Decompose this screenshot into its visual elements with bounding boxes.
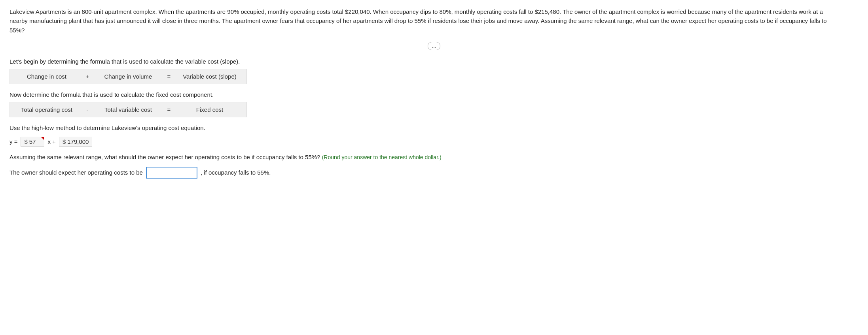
formula1-equals: = (165, 73, 173, 80)
equation-row: y = $ 57 x + $ 179,000 (9, 137, 859, 147)
formula1-cell2: Change in volume (99, 73, 158, 80)
fixed-cost-box: $ 179,000 (59, 137, 93, 147)
answer-prefix: The owner should expect her operating co… (9, 169, 143, 176)
formula2-operator: - (83, 106, 91, 113)
answer-suffix: , if occupancy falls to 55%. (201, 169, 271, 176)
equation-intro: Use the high-low method to determine Lak… (9, 124, 859, 131)
formula1-row: Change in cost + Change in volume = Vari… (9, 69, 247, 84)
formula1-cell1: Change in cost (17, 73, 76, 80)
fixed-cost-value: 179,000 (67, 138, 89, 145)
problem-text: Lakeview Apartments is an 800-unit apart… (9, 7, 840, 35)
formula2-row: Total operating cost - Total variable co… (9, 102, 247, 117)
coefficient-box: $ 57 (21, 137, 44, 147)
question-main: Assuming the same relevant range, what s… (9, 154, 320, 160)
divider: ... (9, 42, 859, 50)
red-corner-mark (41, 137, 44, 140)
answer-input[interactable] (146, 167, 197, 179)
formula2-cell2: Total variable cost (99, 106, 158, 113)
dollar2: $ (63, 138, 66, 145)
x-plus-label: x + (47, 138, 55, 145)
formula1-result: Variable cost (slope) (180, 73, 239, 80)
divider-line-left (9, 46, 424, 46)
formula2-cell1: Total operating cost (17, 106, 76, 113)
divider-line-right (444, 46, 859, 46)
formula2-result: Fixed cost (180, 106, 239, 113)
dollar1: $ (24, 138, 27, 145)
question-hint: (Round your answer to the nearest whole … (322, 154, 442, 160)
divider-ellipsis: ... (428, 42, 441, 50)
answer-row: The owner should expect her operating co… (9, 167, 859, 179)
question-text: Assuming the same relevant range, what s… (9, 154, 859, 160)
y-label: y = (9, 138, 17, 145)
formula1-operator: + (83, 73, 91, 80)
formula2-intro: Now determine the formula that is used t… (9, 91, 859, 98)
formula1-intro: Let's begin by determining the formula t… (9, 58, 859, 65)
formula2-equals: = (165, 106, 173, 113)
coefficient-value: 57 (29, 138, 36, 145)
